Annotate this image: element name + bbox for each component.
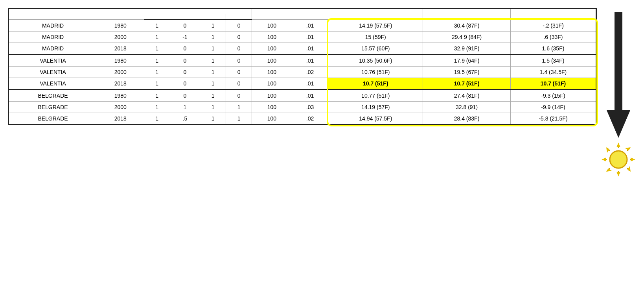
header-theta1-end <box>226 14 252 20</box>
table-cell: 17.9 (64F) <box>423 55 511 67</box>
table-cell: 1 <box>200 90 226 102</box>
table-row: BELGRADE19801010100.0110.77 (51F)27.4 (8… <box>9 90 596 102</box>
header-step-size <box>292 9 328 20</box>
table-cell: BELGRADE <box>9 113 97 125</box>
table-cell: 1 <box>144 90 170 102</box>
table-row: MADRID20001-110100.0115 (59F)29.4 9 (84F… <box>9 32 596 43</box>
table-cell: 14.19 (57.5F) <box>328 20 423 32</box>
table-cell: 0 <box>226 78 252 90</box>
table-cell: 2000 <box>97 102 144 113</box>
header-iterations <box>252 9 292 20</box>
table-cell: 10.35 (50.6F) <box>328 55 423 67</box>
table-row: MADRID19801010100.0114.19 (57.5F)30.4 (8… <box>9 20 596 32</box>
table-cell: BELGRADE <box>9 90 97 102</box>
table-cell: 0 <box>170 90 200 102</box>
table-cell: 15.57 (60F) <box>328 43 423 55</box>
table-cell: VALENTIA <box>9 67 97 78</box>
table-cell: 0 <box>226 43 252 55</box>
table-cell: VALENTIA <box>9 78 97 90</box>
header-mean-temp <box>328 9 423 20</box>
table-cell: 10.7 (51F) <box>510 78 596 90</box>
table-cell: .01 <box>292 43 328 55</box>
table-cell: 0 <box>170 67 200 78</box>
data-table: MADRID19801010100.0114.19 (57.5F)30.4 (8… <box>8 8 597 125</box>
table-cell: 1 <box>200 113 226 125</box>
table-cell: .5 <box>170 113 200 125</box>
table-cell: 100 <box>252 78 292 90</box>
table-cell: -1 <box>170 32 200 43</box>
table-cell: 1 <box>200 20 226 32</box>
header-theta1 <box>200 9 252 14</box>
table-row: VALENTIA20181010100.0110.7 (51F)10.7 (51… <box>9 78 596 90</box>
table-cell: 1 <box>170 102 200 113</box>
table-cell: 30.4 (87F) <box>423 20 511 32</box>
table-cell: 1.6 (35F) <box>510 43 596 55</box>
table-cell: 100 <box>252 32 292 43</box>
table-row: BELGRADE20001111100.0314.19 (57F)32.8 (9… <box>9 102 596 113</box>
table-cell: 1 <box>144 78 170 90</box>
table-cell: -.2 (31F) <box>510 20 596 32</box>
svg-rect-0 <box>615 12 622 114</box>
table-cell: 2018 <box>97 43 144 55</box>
table-cell: 1980 <box>97 55 144 67</box>
table-cell: 1.5 (34F) <box>510 55 596 67</box>
header-max-mean <box>423 9 511 20</box>
table-cell: 1 <box>200 78 226 90</box>
table-cell: 100 <box>252 55 292 67</box>
table-cell: 1 <box>144 32 170 43</box>
table-cell: 1 <box>144 55 170 67</box>
table-cell: 1 <box>200 102 226 113</box>
table-cell: 100 <box>252 90 292 102</box>
table-cell: 1 <box>200 32 226 43</box>
table-cell: 0 <box>170 43 200 55</box>
table-row: VALENTIA19801010100.0110.35 (50.6F)17.9 … <box>9 55 596 67</box>
right-side-panel <box>601 8 636 177</box>
table-cell: 100 <box>252 43 292 55</box>
table-row: BELGRADE20181.511100.0214.94 (57.5F)28.4… <box>9 113 596 125</box>
table-cell: .01 <box>292 32 328 43</box>
table-cell: 0 <box>226 67 252 78</box>
svg-marker-1 <box>607 110 630 138</box>
header-min-mean <box>510 9 596 20</box>
table-cell: 10.7 (51F) <box>423 78 511 90</box>
table-cell: -5.8 (21.5F) <box>510 113 596 125</box>
table-cell: 1 <box>144 67 170 78</box>
table-cell: .01 <box>292 78 328 90</box>
table-cell: -9.9 (14F) <box>510 102 596 113</box>
table-cell: 0 <box>170 78 200 90</box>
table-cell: 0 <box>226 20 252 32</box>
table-cell: BELGRADE <box>9 102 97 113</box>
table-cell: .02 <box>292 113 328 125</box>
table-cell: 1 <box>144 20 170 32</box>
table-cell: 1 <box>226 102 252 113</box>
table-cell: .03 <box>292 102 328 113</box>
table-cell: 29.4 9 (84F) <box>423 32 511 43</box>
table-cell: 15 (59F) <box>328 32 423 43</box>
table-cell: 1 <box>226 113 252 125</box>
table-cell: 2000 <box>97 32 144 43</box>
header-theta0 <box>144 9 200 14</box>
table-cell: 14.19 (57F) <box>328 102 423 113</box>
table-cell: 32.8 (91) <box>423 102 511 113</box>
table-cell: 0 <box>170 20 200 32</box>
table-cell: 1 <box>144 43 170 55</box>
page-container: MADRID19801010100.0114.19 (57.5F)30.4 (8… <box>8 8 636 177</box>
header-year <box>97 9 144 20</box>
table-cell: 100 <box>252 67 292 78</box>
table-cell: 2018 <box>97 113 144 125</box>
table-cell: 0 <box>226 90 252 102</box>
table-cell: 1 <box>144 102 170 113</box>
table-cell: 1 <box>144 113 170 125</box>
svg-marker-12 <box>602 158 606 161</box>
table-cell: 1.4 (34.5F) <box>510 67 596 78</box>
table-cell: 100 <box>252 20 292 32</box>
table-cell: 2018 <box>97 78 144 90</box>
table-container: MADRID19801010100.0114.19 (57.5F)30.4 (8… <box>8 8 597 125</box>
svg-marker-13 <box>631 158 635 161</box>
table-cell: 1980 <box>97 20 144 32</box>
table-cell: .01 <box>292 90 328 102</box>
svg-marker-10 <box>616 143 620 147</box>
header-theta0-start <box>144 14 170 20</box>
svg-point-18 <box>610 151 627 168</box>
table-cell: 32.9 (91F) <box>423 43 511 55</box>
